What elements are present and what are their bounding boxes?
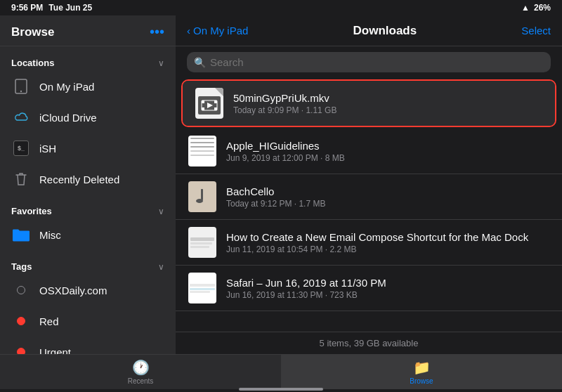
home-indicator — [0, 389, 562, 392]
search-bar: 🔍 — [176, 46, 562, 78]
recents-label: Recents — [128, 377, 154, 385]
bach-file-icon-container — [187, 181, 218, 212]
sidebar-more-button[interactable]: ••• — [150, 24, 164, 40]
file-item-mkv[interactable]: 50minGypPriUk.mkv Today at 9:09 PM · 1.1… — [183, 81, 555, 126]
file-list: 50minGypPriUk.mkv Today at 9:09 PM · 1.1… — [176, 78, 562, 332]
footer-status: 5 items, 39 GB available — [176, 332, 562, 354]
safari-thumbnail — [188, 273, 216, 303]
mkv-file-name: 50minGypPriUk.mkv — [233, 92, 544, 104]
file-item-email[interactable]: How to Create a New Email Compose Shortc… — [176, 220, 562, 266]
trash-icon — [11, 169, 31, 189]
favorites-section-header: Favorites ∨ — [0, 195, 176, 219]
apple-file-info: Apple_HIGuidelines Jun 9, 2019 at 12:00 … — [226, 140, 551, 163]
recents-icon: 🕐 — [132, 359, 150, 376]
thumb-line — [190, 142, 214, 143]
mkv-file-icon-container — [194, 88, 225, 119]
safari-file-icon-container — [187, 273, 218, 303]
email-file-name: How to Create a New Email Compose Shortc… — [226, 231, 551, 243]
tab-browse[interactable]: 📁 Browse — [281, 355, 562, 389]
browse-label: Browse — [410, 377, 433, 385]
status-bar-left: 9:56 PM Tue Jun 25 — [11, 3, 92, 13]
apple-file-icon-container — [187, 136, 218, 166]
search-container: 🔍 — [187, 52, 551, 72]
sidebar: Browse ••• Locations ∨ On My iPad i — [0, 15, 176, 354]
wifi-icon: ▲ — [521, 3, 530, 13]
file-item-bach[interactable]: BachCello Today at 9:12 PM · 1.7 MB — [176, 174, 562, 220]
tag-urgent-icon — [11, 342, 31, 354]
svg-point-9 — [196, 199, 203, 203]
tab-recents[interactable]: 🕐 Recents — [0, 355, 281, 389]
film-icon — [198, 96, 221, 115]
misc-label: Misc — [39, 229, 61, 241]
status-bar: 9:56 PM Tue Jun 25 ▲ 26% — [0, 0, 562, 15]
cloud-icon — [11, 107, 31, 127]
back-button[interactable]: ‹ On My iPad — [187, 25, 248, 37]
items-count: 5 items, 39 GB available — [320, 338, 419, 348]
locations-chevron-icon: ∨ — [158, 58, 164, 68]
favorites-label: Favorites — [11, 206, 52, 216]
nav-title: Downloads — [353, 24, 417, 38]
tags-section-header: Tags ∨ — [0, 250, 176, 275]
thumb-bar — [190, 237, 214, 241]
svg-point-1 — [20, 91, 22, 92]
bach-thumbnail — [188, 181, 216, 212]
sidebar-item-icloud-drive[interactable]: iCloud Drive — [0, 102, 176, 133]
nav-bar: ‹ On My iPad Downloads Select — [176, 15, 562, 46]
thumb-bar — [190, 242, 212, 244]
tags-label: Tags — [11, 261, 32, 272]
thumb-line — [190, 150, 214, 152]
sidebar-item-on-my-ipad[interactable]: On My iPad — [0, 71, 176, 102]
thumb-bar — [190, 288, 215, 290]
red-label: Red — [39, 315, 59, 327]
select-button[interactable]: Select — [521, 25, 551, 37]
thumb-bar — [190, 291, 210, 293]
recently-deleted-label: Recently Deleted — [39, 174, 119, 185]
email-file-meta: Jun 11, 2019 at 10:54 PM · 2.2 MB — [226, 244, 551, 254]
file-item-safari[interactable]: Safari – Jun 16, 2019 at 11/30 PM Jun 16… — [176, 266, 562, 311]
icloud-drive-label: iCloud Drive — [39, 112, 97, 124]
main-container: Browse ••• Locations ∨ On My iPad i — [0, 15, 562, 354]
file-item-apple[interactable]: Apple_HIGuidelines Jun 9, 2019 at 12:00 … — [176, 129, 562, 174]
status-bar-right: ▲ 26% — [521, 3, 551, 13]
ish-label: iSH — [39, 143, 56, 155]
search-icon: 🔍 — [194, 57, 206, 68]
apple-thumb-content — [188, 136, 216, 166]
bach-file-info: BachCello Today at 9:12 PM · 1.7 MB — [226, 185, 551, 209]
mkv-file-info: 50minGypPriUk.mkv Today at 9:09 PM · 1.1… — [233, 92, 544, 115]
thumb-line — [190, 155, 214, 156]
music-icon — [194, 186, 211, 207]
urgent-label: Urgent — [39, 346, 71, 355]
on-my-ipad-label: On My iPad — [39, 81, 94, 93]
file-item-wrapper-bach: BachCello Today at 9:12 PM · 1.7 MB — [176, 174, 562, 220]
sidebar-item-ish[interactable]: $_ iSH — [0, 133, 176, 164]
bach-file-meta: Today at 9:12 PM · 1.7 MB — [226, 199, 551, 209]
email-file-icon-container — [187, 227, 218, 258]
home-bar — [239, 388, 323, 391]
thumb-line — [190, 138, 214, 139]
battery: 26% — [534, 3, 551, 13]
tab-bar: 🕐 Recents 📁 Browse — [0, 354, 562, 389]
apple-file-name: Apple_HIGuidelines — [226, 140, 551, 152]
tag-empty-icon — [11, 280, 31, 300]
sidebar-item-misc[interactable]: Misc — [0, 219, 176, 250]
day: Tue Jun 25 — [48, 3, 92, 13]
search-input[interactable] — [210, 56, 544, 68]
ish-icon: $_ — [11, 138, 31, 158]
back-label: On My iPad — [193, 25, 248, 37]
sidebar-item-red[interactable]: Red — [0, 306, 176, 337]
favorites-chevron-icon: ∨ — [158, 207, 164, 216]
safari-file-meta: Jun 16, 2019 at 11:30 PM · 723 KB — [226, 290, 551, 300]
ish-icon-shape: $_ — [13, 141, 29, 156]
sidebar-title: Browse — [11, 25, 54, 39]
content-area: ‹ On My iPad Downloads Select 🔍 — [176, 15, 562, 354]
file-item-wrapper-email: How to Create a New Email Compose Shortc… — [176, 220, 562, 266]
folder-icon — [11, 225, 31, 244]
sidebar-item-osxdaily[interactable]: OSXDaily.com — [0, 275, 176, 306]
tablet-icon — [11, 77, 31, 96]
sidebar-item-recently-deleted[interactable]: Recently Deleted — [0, 164, 176, 195]
svg-rect-4 — [214, 100, 217, 103]
sidebar-header: Browse ••• — [0, 15, 176, 46]
sidebar-item-urgent[interactable]: Urgent — [0, 337, 176, 354]
mkv-file-icon — [195, 88, 223, 119]
thumb-bar — [190, 246, 209, 248]
